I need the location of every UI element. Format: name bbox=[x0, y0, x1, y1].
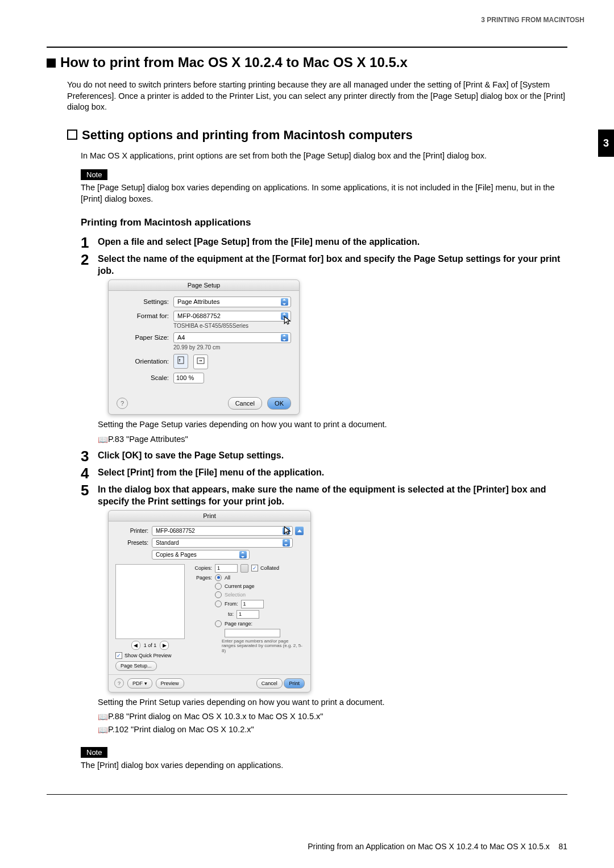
next-page-button[interactable]: ▶ bbox=[160, 641, 169, 650]
prev-page-button[interactable]: ◀ bbox=[131, 641, 140, 650]
hollow-square-bullet-icon bbox=[67, 130, 77, 140]
scale-label: Scale: bbox=[117, 374, 173, 381]
heading-2: Setting options and printing from Macint… bbox=[67, 128, 567, 143]
step-number: 3 bbox=[81, 449, 98, 464]
page-range-label: Page range: bbox=[225, 621, 252, 627]
running-header: 3 PRINTING FROM MACINTOSH bbox=[47, 16, 584, 24]
copies-input[interactable]: 1 bbox=[215, 564, 238, 573]
pdf-menu-button[interactable]: PDF ▾ bbox=[127, 678, 152, 688]
step-number: 1 bbox=[81, 235, 98, 250]
cursor-icon bbox=[283, 315, 293, 326]
stepper-icon[interactable] bbox=[240, 564, 248, 573]
preview-nav: ◀ 1 of 1 ▶ bbox=[115, 641, 185, 650]
cursor-icon bbox=[283, 525, 293, 536]
pages-current-label: Current page bbox=[225, 583, 255, 589]
pages-from-radio[interactable] bbox=[215, 600, 222, 607]
page-setup-button[interactable]: Page Setup... bbox=[115, 661, 157, 671]
preview-page-text: 1 of 1 bbox=[144, 642, 157, 648]
book-icon: 📖 bbox=[98, 712, 106, 723]
cancel-button[interactable]: Cancel bbox=[256, 678, 283, 688]
from-input[interactable]: 1 bbox=[241, 600, 264, 608]
dialog-title: Print bbox=[109, 511, 310, 521]
step-4: 4 Select [Print] from the [File] menu of… bbox=[81, 466, 567, 481]
cancel-button[interactable]: Cancel bbox=[228, 397, 262, 410]
step-5-body: Setting the Print Setup varies depending… bbox=[98, 697, 567, 708]
print-button[interactable]: Print bbox=[284, 678, 305, 688]
copies-label: Copies: bbox=[190, 565, 212, 571]
dropdown-arrows-icon bbox=[239, 551, 247, 558]
step-2: 2 Select the name of the equipment at th… bbox=[81, 252, 567, 277]
collapse-up-button[interactable] bbox=[295, 527, 304, 535]
step-text: Open a file and select [Page Setup] from… bbox=[98, 235, 420, 250]
dropdown-arrows-icon bbox=[281, 334, 288, 341]
page-range-input[interactable] bbox=[225, 629, 280, 637]
step-number: 2 bbox=[81, 252, 98, 277]
step-5-ref1: 📖 P.88 "Print dialog on Mac OS X 10.3.x … bbox=[98, 711, 567, 723]
format-for-select[interactable]: MFP-06887752 bbox=[173, 311, 291, 322]
heading-2-text: Setting options and printing from Macint… bbox=[82, 128, 413, 142]
note-text: The [Page Setup] dialog box varies depen… bbox=[81, 182, 567, 205]
to-label: to: bbox=[228, 611, 234, 617]
pages-selection-radio[interactable] bbox=[215, 591, 222, 598]
paper-size-select[interactable]: A4 bbox=[173, 332, 291, 343]
help-icon[interactable]: ? bbox=[114, 678, 124, 688]
to-input[interactable]: 1 bbox=[237, 610, 259, 619]
step-text: In the dialog box that appears, make sur… bbox=[98, 483, 567, 508]
ok-button[interactable]: OK bbox=[267, 397, 291, 410]
orientation-label: Orientation: bbox=[117, 358, 173, 365]
pages-current-radio[interactable] bbox=[215, 583, 222, 590]
step-text: Select [Print] from the [File] menu of t… bbox=[98, 466, 324, 481]
preview-button[interactable]: Preview bbox=[156, 678, 184, 688]
settings-label: Settings: bbox=[117, 298, 173, 305]
from-label: From: bbox=[225, 601, 238, 607]
format-for-value: MFP-06887752 bbox=[177, 312, 221, 319]
heading-3: Printing from Macintosh applications bbox=[81, 217, 567, 228]
step-1: 1 Open a file and select [Page Setup] fr… bbox=[81, 235, 567, 250]
printer-label: Printer: bbox=[115, 528, 152, 534]
step-3: 3 Click [OK] to save the Page Setup sett… bbox=[81, 449, 567, 464]
body-paragraph: In Mac OS X applications, print options … bbox=[81, 151, 567, 162]
note-text: The [Print] dialog box varies depending … bbox=[81, 760, 567, 771]
step-number: 4 bbox=[81, 466, 98, 481]
format-for-label: Format for: bbox=[117, 312, 173, 319]
orientation-landscape-button[interactable] bbox=[193, 354, 208, 369]
footer-text: Printing from an Application on Mac OS X… bbox=[308, 842, 550, 851]
dropdown-arrows-icon bbox=[283, 539, 290, 546]
orientation-portrait-button[interactable] bbox=[173, 354, 188, 369]
step-5: 5 In the dialog box that appears, make s… bbox=[81, 483, 567, 508]
pages-all-radio[interactable] bbox=[215, 574, 222, 581]
dialog-title: Page Setup bbox=[109, 280, 299, 291]
presets-label: Presets: bbox=[115, 540, 152, 546]
landscape-icon bbox=[197, 357, 205, 366]
settings-value: Page Attributes bbox=[177, 298, 220, 305]
show-quick-preview-checkbox[interactable]: ✓ Show Quick Preview bbox=[115, 652, 185, 659]
page-setup-dialog: Page Setup Settings: Page Attributes For… bbox=[108, 279, 300, 415]
printer-select[interactable]: MFP-06887752 bbox=[152, 526, 293, 536]
square-bullet-icon bbox=[47, 59, 56, 68]
section-select[interactable]: Copies & Pages bbox=[152, 550, 250, 560]
help-icon[interactable]: ? bbox=[117, 398, 128, 409]
footer-page-number: 81 bbox=[558, 842, 567, 851]
chapter-side-tab: 3 bbox=[598, 130, 614, 157]
format-for-subtext: TOSHIBA e-ST455/855Series bbox=[173, 323, 291, 329]
settings-select[interactable]: Page Attributes bbox=[173, 297, 291, 307]
presets-value: Standard bbox=[156, 540, 179, 546]
step-5-ref2: 📖 P.102 "Print dialog on Mac OS X 10.2.x… bbox=[98, 724, 567, 736]
step-text: Select the name of the equipment at the … bbox=[98, 252, 567, 277]
scale-input[interactable]: 100 % bbox=[173, 373, 204, 383]
presets-select[interactable]: Standard bbox=[152, 538, 293, 548]
paper-size-label: Paper Size: bbox=[117, 334, 173, 341]
document-page: 3 PRINTING FROM MACINTOSH 3 How to print… bbox=[0, 0, 614, 795]
footer-rule bbox=[47, 794, 567, 795]
print-dialog: Print Printer: MFP-06887752 Presets: Sta… bbox=[108, 510, 311, 692]
page-range-hint: Enter page numbers and/or page ranges se… bbox=[222, 639, 304, 654]
step-number: 5 bbox=[81, 483, 98, 508]
pages-selection-label: Selection bbox=[225, 592, 246, 598]
svg-rect-0 bbox=[178, 357, 184, 364]
dropdown-arrows-icon bbox=[281, 298, 288, 306]
page-footer: Printing from an Application on Mac OS X… bbox=[47, 842, 567, 851]
collated-checkbox[interactable]: ✓Collated bbox=[251, 565, 279, 571]
checkbox-icon: ✓ bbox=[115, 652, 122, 659]
note-label: Note bbox=[81, 747, 107, 758]
page-range-radio[interactable] bbox=[215, 620, 222, 627]
